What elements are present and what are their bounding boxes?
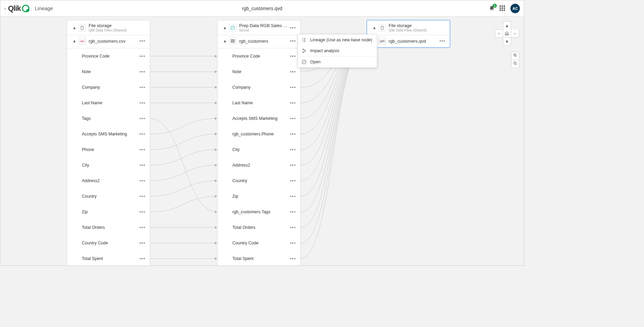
field-name: Country xyxy=(82,194,138,199)
nav-up-button[interactable]: ▲ xyxy=(503,21,511,29)
field-row[interactable]: Zip••• xyxy=(217,189,300,204)
field-row[interactable]: Accepts SMS Marketing••• xyxy=(217,111,300,126)
field-row[interactable]: Note••• xyxy=(217,64,300,80)
more-button[interactable]: ••• xyxy=(138,147,146,152)
more-button[interactable]: ••• xyxy=(289,256,297,261)
more-button[interactable]: ••• xyxy=(289,116,297,121)
more-button[interactable]: ••• xyxy=(289,131,297,137)
more-button[interactable]: ••• xyxy=(289,69,297,74)
field-row[interactable]: Address2••• xyxy=(67,173,150,189)
more-button[interactable]: ••• xyxy=(138,225,146,230)
collapse-toggle[interactable]: ▲ xyxy=(70,25,78,30)
field-row[interactable]: Total Spent••• xyxy=(67,251,150,266)
more-button[interactable]: ••• xyxy=(289,25,297,30)
field-name: Total Orders xyxy=(232,225,289,230)
more-button[interactable]: ••• xyxy=(438,38,446,44)
logo-icon xyxy=(22,5,29,12)
node-header: ▲ File storage Qlik Data Files (Shared) xyxy=(67,20,150,35)
svg-marker-10 xyxy=(215,195,217,198)
field-row[interactable]: Accepts SMS Marketing••• xyxy=(67,126,150,142)
more-button[interactable]: ••• xyxy=(138,69,146,74)
more-button[interactable]: ••• xyxy=(289,100,297,106)
field-row[interactable]: Address2••• xyxy=(217,157,300,173)
more-button[interactable]: ••• xyxy=(289,225,297,230)
back-button[interactable]: ‹ xyxy=(4,6,6,11)
lineage-canvas[interactable]: ▲ File storage Qlik Data Files (Shared) … xyxy=(0,17,524,265)
more-button[interactable]: ••• xyxy=(289,85,297,90)
more-button[interactable]: ••• xyxy=(138,240,146,246)
document-title: rgb_customers.qvd xyxy=(242,6,282,11)
home-icon xyxy=(505,31,509,36)
field-row[interactable]: Total Orders••• xyxy=(217,220,300,235)
more-button[interactable]: ••• xyxy=(138,100,146,106)
field-row[interactable]: Province Code••• xyxy=(67,48,150,64)
field-row[interactable]: City••• xyxy=(67,157,150,173)
user-avatar[interactable]: AC xyxy=(510,4,520,13)
more-button[interactable]: ••• xyxy=(138,209,146,215)
zoom-in-button[interactable] xyxy=(511,52,519,60)
zoom-out-button[interactable] xyxy=(511,60,519,68)
field-name: Zip xyxy=(232,194,289,199)
more-button[interactable]: ••• xyxy=(289,194,297,199)
field-row[interactable]: Zip••• xyxy=(67,204,150,220)
collapse-toggle[interactable]: ▲ xyxy=(70,39,78,43)
field-row[interactable]: Total Spent••• xyxy=(217,251,300,266)
more-button[interactable]: ••• xyxy=(138,116,146,121)
app-launcher-button[interactable] xyxy=(500,5,506,12)
field-row[interactable]: Company••• xyxy=(67,80,150,95)
field-row[interactable]: Phone••• xyxy=(67,142,150,157)
more-button[interactable]: ••• xyxy=(289,178,297,183)
field-row[interactable]: Country Code••• xyxy=(67,235,150,251)
nav-down-button[interactable]: ▼ xyxy=(503,38,511,46)
field-row[interactable]: Note••• xyxy=(67,64,150,80)
node-sense-app[interactable]: ▲ Prep Data RGB Sales A… Sense ••• ▲ rgb… xyxy=(217,20,301,266)
notifications-button[interactable]: 1 xyxy=(489,5,495,12)
menu-item-open[interactable]: Open xyxy=(298,57,377,67)
nav-left-button[interactable]: ‹ xyxy=(495,29,503,38)
more-button[interactable]: ••• xyxy=(138,38,146,44)
menu-item-lineage[interactable]: Lineage (Use as new base node) xyxy=(298,35,377,45)
qlik-logo[interactable]: Qlik xyxy=(8,4,30,13)
more-button[interactable]: ••• xyxy=(289,53,297,59)
svg-marker-9 xyxy=(215,179,217,182)
field-row[interactable]: Last Name••• xyxy=(217,95,300,111)
svg-marker-4 xyxy=(215,211,217,213)
node-file-storage-source[interactable]: ▲ File storage Qlik Data Files (Shared) … xyxy=(67,20,150,266)
more-button[interactable]: ••• xyxy=(289,240,297,246)
more-button[interactable]: ••• xyxy=(289,209,297,215)
more-button[interactable]: ••• xyxy=(138,53,146,59)
field-name: Address2 xyxy=(232,163,289,168)
field-row[interactable]: City••• xyxy=(217,142,300,157)
collapse-toggle[interactable]: ▲ xyxy=(221,25,229,30)
more-button[interactable]: ••• xyxy=(289,38,297,44)
more-button[interactable]: ••• xyxy=(138,256,146,261)
field-row[interactable]: Country Code••• xyxy=(217,235,300,251)
field-name: Total Orders xyxy=(82,225,138,230)
node-file-storage-target[interactable]: ▲ File storage Qlik Data Files (Shared) … xyxy=(367,20,450,48)
child-title: rgb_customers.csv xyxy=(89,39,138,44)
more-button[interactable]: ••• xyxy=(289,162,297,168)
nav-right-button[interactable]: › xyxy=(511,29,519,38)
more-button[interactable]: ••• xyxy=(138,162,146,168)
field-row[interactable]: Country••• xyxy=(217,173,300,189)
field-row[interactable]: Province Code••• xyxy=(217,48,300,64)
field-row[interactable]: rgb_customers.Phone••• xyxy=(217,126,300,142)
more-button[interactable]: ••• xyxy=(138,85,146,90)
more-button[interactable]: ••• xyxy=(289,147,297,152)
more-button[interactable]: ••• xyxy=(138,178,146,183)
field-row[interactable]: Total Orders••• xyxy=(67,220,150,235)
field-row[interactable]: rgb_customers.Tags••• xyxy=(217,204,300,220)
more-button[interactable]: ••• xyxy=(138,194,146,199)
collapse-toggle[interactable]: ▲ xyxy=(221,39,229,43)
field-row[interactable]: Country••• xyxy=(67,189,150,204)
collapse-toggle[interactable]: ▲ xyxy=(370,25,378,30)
nav-home-button[interactable] xyxy=(503,29,511,38)
field-row[interactable]: Tags••• xyxy=(67,111,150,126)
field-row[interactable]: Company••• xyxy=(217,80,300,95)
svg-marker-12 xyxy=(215,242,217,244)
field-row[interactable]: Last Name••• xyxy=(67,95,150,111)
menu-item-impact[interactable]: Impact analysis xyxy=(298,45,377,57)
more-button[interactable]: ••• xyxy=(138,131,146,137)
node-child-header: ▲ csv rgb_customers.csv ••• xyxy=(67,35,150,48)
svg-marker-7 xyxy=(215,148,217,151)
